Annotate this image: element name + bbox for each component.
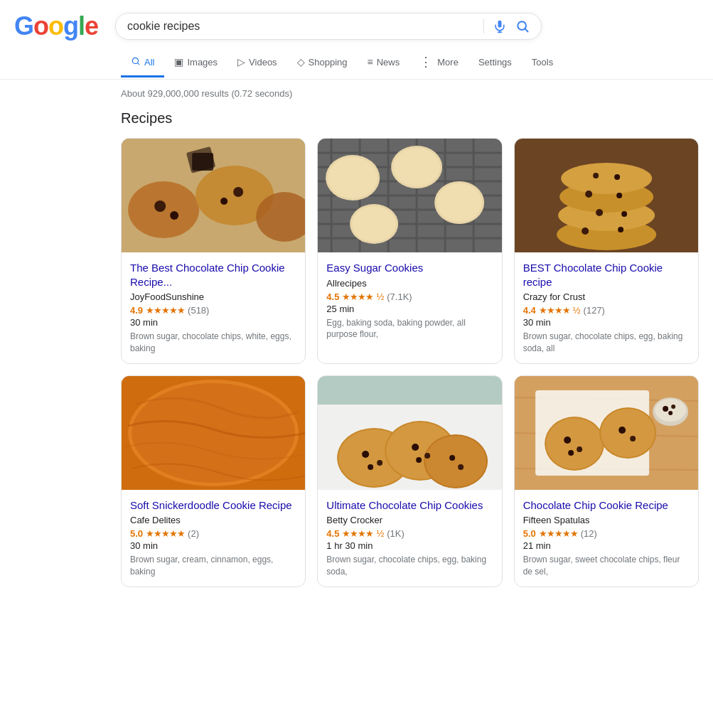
svg-point-65 xyxy=(362,451,369,458)
recipe-info-1: The Best Chocolate Chip Cookie Recipe...… xyxy=(122,252,305,363)
svg-point-56 xyxy=(132,383,295,483)
recipe-ingredients-1: Brown sugar, chocolate chips, white, egg… xyxy=(130,331,296,355)
mic-icon[interactable] xyxy=(493,19,507,33)
google-logo[interactable]: Google xyxy=(14,11,98,41)
svg-point-91 xyxy=(671,405,675,409)
nav-settings-label: Settings xyxy=(478,57,512,68)
svg-point-37 xyxy=(436,183,482,222)
recipe-info-3: BEST Chocolate Chip Cookie recipe Crazy … xyxy=(515,252,698,363)
svg-point-70 xyxy=(416,457,422,463)
svg-point-35 xyxy=(393,148,440,186)
recipe-info-6: Chocolate Chip Cookie Recipe Fifteen Spa… xyxy=(515,490,698,587)
svg-point-66 xyxy=(377,460,382,466)
nav-videos[interactable]: ▷ Videos xyxy=(227,49,287,77)
svg-point-69 xyxy=(424,453,430,459)
svg-point-67 xyxy=(368,464,373,470)
recipe-card-3[interactable]: BEST Chocolate Chip Cookie recipe Crazy … xyxy=(514,138,699,364)
nav-all-label: All xyxy=(144,57,154,68)
nav-tools[interactable]: Tools xyxy=(522,50,563,77)
recipe-info-5: Ultimate Chocolate Chip Cookies Betty Cr… xyxy=(318,490,501,587)
recipe-grid: The Best Chocolate Chip Cookie Recipe...… xyxy=(121,138,699,587)
recipe-time-1: 30 min xyxy=(130,317,296,328)
svg-point-13 xyxy=(233,187,243,197)
svg-point-50 xyxy=(616,193,622,198)
recipe-rating-6: 5.0 ★★★★★ (12) xyxy=(523,528,690,539)
recipe-title-4: Soft Snickerdoodle Cookie Recipe xyxy=(130,498,296,513)
search-icons xyxy=(483,19,530,33)
news-icon: ≡ xyxy=(368,56,373,68)
nav-settings[interactable]: Settings xyxy=(468,50,522,77)
recipe-rating-1: 4.9 ★★★★★ (518) xyxy=(130,305,296,316)
videos-icon: ▷ xyxy=(237,56,245,68)
header: Google cookie recipes xyxy=(0,0,713,41)
svg-point-83 xyxy=(564,437,571,444)
svg-point-64 xyxy=(425,436,486,487)
svg-point-33 xyxy=(328,157,377,198)
svg-point-11 xyxy=(154,200,166,212)
svg-point-39 xyxy=(352,206,396,242)
recipe-title-6: Chocolate Chip Cookie Recipe xyxy=(523,498,690,513)
svg-point-90 xyxy=(663,406,668,412)
svg-point-80 xyxy=(546,418,603,469)
recipe-source-4: Cafe Delites xyxy=(130,515,296,525)
svg-point-48 xyxy=(621,211,627,217)
recipe-card-4[interactable]: Soft Snickerdoodle Cookie Recipe Cafe De… xyxy=(121,375,306,587)
svg-rect-58 xyxy=(318,376,501,405)
recipes-title: Recipes xyxy=(121,110,699,127)
recipe-time-2: 25 min xyxy=(326,304,493,314)
nav-bar: All ▣ Images ▷ Videos ◇ Shopping ≡ News … xyxy=(0,41,713,80)
svg-point-92 xyxy=(668,411,672,415)
search-bar[interactable]: cookie recipes xyxy=(115,13,542,40)
svg-point-52 xyxy=(614,174,620,180)
recipe-time-5: 1 hr 30 min xyxy=(326,540,493,551)
nav-more[interactable]: ⋮ More xyxy=(409,47,468,79)
svg-line-4 xyxy=(525,29,528,32)
nav-shopping-label: Shopping xyxy=(309,57,348,68)
recipe-title-5: Ultimate Chocolate Chip Cookies xyxy=(326,498,493,513)
recipe-ingredients-3: Brown sugar, chocolate chips, egg, bakin… xyxy=(523,331,690,355)
svg-rect-0 xyxy=(498,21,502,28)
recipe-card-2[interactable]: Easy Sugar Cookies Allrecipes 4.5 ★★★★ ½… xyxy=(317,138,502,364)
svg-point-68 xyxy=(412,444,419,451)
recipe-title-1: The Best Chocolate Chip Cookie Recipe... xyxy=(130,261,296,289)
recipe-info-4: Soft Snickerdoodle Cookie Recipe Cafe De… xyxy=(122,490,305,587)
recipe-time-6: 21 min xyxy=(523,540,690,551)
nav-videos-label: Videos xyxy=(249,57,277,68)
svg-point-87 xyxy=(630,436,636,441)
recipe-source-6: Fifteen Spatulas xyxy=(523,515,690,525)
recipe-ingredients-6: Brown sugar, sweet chocolate chips, fleu… xyxy=(523,554,690,578)
nav-tools-label: Tools xyxy=(532,57,553,68)
recipe-title-3: BEST Chocolate Chip Cookie recipe xyxy=(523,261,690,289)
recipe-ingredients-4: Brown sugar, cream, cinnamon, eggs, baki… xyxy=(130,554,296,578)
nav-images[interactable]: ▣ Images xyxy=(164,49,227,77)
recipe-source-1: JoyFoodSunshine xyxy=(130,291,296,302)
recipe-time-3: 30 min xyxy=(523,317,690,328)
recipe-card-1[interactable]: The Best Chocolate Chip Cookie Recipe...… xyxy=(121,138,306,364)
svg-point-89 xyxy=(655,399,686,422)
svg-point-45 xyxy=(581,228,589,235)
nav-all[interactable]: All xyxy=(121,49,164,77)
nav-more-label: More xyxy=(437,57,459,68)
nav-images-label: Images xyxy=(187,57,218,68)
svg-point-85 xyxy=(568,450,574,456)
recipe-title-2: Easy Sugar Cookies xyxy=(326,261,493,275)
svg-point-71 xyxy=(449,455,455,461)
recipe-time-4: 30 min xyxy=(130,540,296,551)
search-divider xyxy=(483,19,484,33)
svg-point-14 xyxy=(220,198,227,205)
recipe-source-2: Allrecipes xyxy=(326,278,493,289)
recipe-ingredients-5: Brown sugar, chocolate chips, egg, bakin… xyxy=(326,554,493,578)
svg-point-49 xyxy=(585,191,592,198)
svg-point-84 xyxy=(577,446,582,452)
nav-shopping[interactable]: ◇ Shopping xyxy=(287,49,358,77)
nav-news[interactable]: ≡ News xyxy=(358,49,410,77)
recipe-info-2: Easy Sugar Cookies Allrecipes 4.5 ★★★★ ½… xyxy=(318,252,501,349)
recipe-source-5: Betty Crocker xyxy=(326,515,493,525)
recipes-section: Recipes The Best Chocolate C xyxy=(0,105,713,601)
search-button[interactable] xyxy=(515,19,530,33)
recipe-card-6[interactable]: Chocolate Chip Cookie Recipe Fifteen Spa… xyxy=(514,375,699,587)
svg-point-44 xyxy=(561,163,652,194)
search-input[interactable]: cookie recipes xyxy=(127,20,478,33)
recipe-card-5[interactable]: Ultimate Chocolate Chip Cookies Betty Cr… xyxy=(317,375,502,587)
recipe-source-3: Crazy for Crust xyxy=(523,291,690,302)
